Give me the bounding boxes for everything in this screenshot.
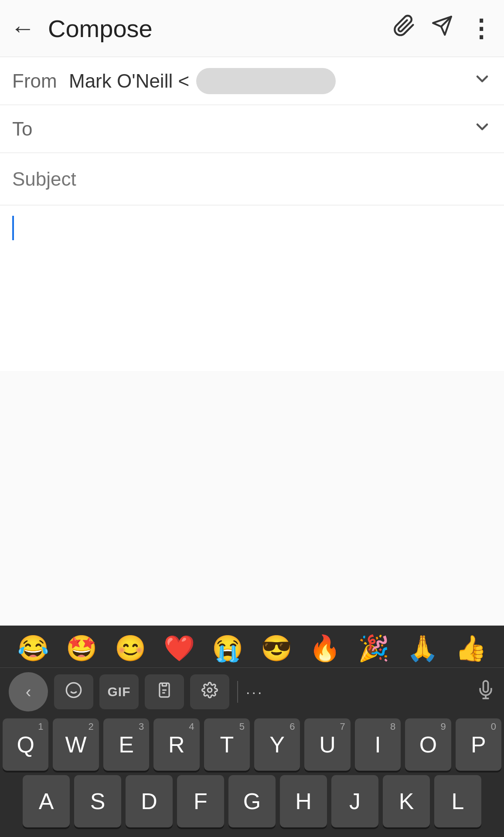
emoji-pray[interactable]: 🙏 xyxy=(407,633,438,663)
clipboard-icon xyxy=(156,682,173,702)
keyboard-toolbar: ‹ GIF xyxy=(0,668,504,716)
send-icon[interactable] xyxy=(431,15,453,42)
sticker-button[interactable] xyxy=(54,674,93,709)
key-w-label: W xyxy=(65,733,87,756)
key-j[interactable]: J xyxy=(331,775,378,827)
key-g[interactable]: G xyxy=(228,775,276,827)
emoji-back-button[interactable]: ‹ xyxy=(9,672,48,711)
key-k[interactable]: K xyxy=(383,775,430,827)
key-y[interactable]: 6 Y xyxy=(254,718,300,771)
key-k-label: K xyxy=(399,790,414,813)
to-label: To xyxy=(12,118,60,140)
key-r-num: 4 xyxy=(189,722,194,732)
key-e[interactable]: 3 E xyxy=(103,718,149,771)
key-i-label: I xyxy=(375,733,381,756)
key-o-num: 9 xyxy=(440,722,446,732)
key-o[interactable]: 9 O xyxy=(405,718,451,771)
key-i[interactable]: 8 I xyxy=(355,718,401,771)
key-d[interactable]: D xyxy=(126,775,173,827)
to-row[interactable]: To xyxy=(0,105,504,153)
emoji-thumbsup[interactable]: 👍 xyxy=(455,633,487,663)
email-form: From Mark O'Neill < To xyxy=(0,57,504,371)
mic-icon xyxy=(476,680,495,704)
emoji-fire[interactable]: 🔥 xyxy=(309,633,341,663)
back-button[interactable]: ← xyxy=(10,16,35,41)
emoji-crying[interactable]: 😭 xyxy=(212,633,243,663)
back-arrow-icon: ‹ xyxy=(26,683,31,701)
key-g-label: G xyxy=(243,790,261,813)
keys-row-2: A S D F G H J K L xyxy=(3,775,501,827)
key-h-label: H xyxy=(295,790,312,813)
key-y-label: Y xyxy=(269,733,285,756)
key-o-label: O xyxy=(419,733,437,756)
svg-point-8 xyxy=(208,688,212,692)
key-f[interactable]: F xyxy=(177,775,224,827)
page-title: Compose xyxy=(48,14,393,43)
from-label: From xyxy=(12,70,60,92)
key-t[interactable]: 5 T xyxy=(204,718,250,771)
svg-rect-5 xyxy=(162,683,167,686)
keys-area: 1 Q 2 W 3 E 4 R 5 T 6 Y xyxy=(0,716,504,837)
more-dots: ··· xyxy=(246,684,263,701)
key-u-num: 7 xyxy=(340,722,345,732)
toolbar-divider xyxy=(237,681,238,703)
to-input[interactable] xyxy=(69,118,473,140)
key-w[interactable]: 2 W xyxy=(53,718,99,771)
text-cursor xyxy=(12,216,14,240)
key-h[interactable]: H xyxy=(280,775,327,827)
from-row: From Mark O'Neill < xyxy=(0,57,504,105)
keyboard: 😂 🤩 😊 ❤️ 😭 😎 🔥 🎉 🙏 👍 ‹ GIF xyxy=(0,626,504,837)
key-u-label: U xyxy=(319,733,336,756)
key-s-label: S xyxy=(90,790,106,813)
svg-point-2 xyxy=(66,683,81,697)
key-i-num: 8 xyxy=(390,722,395,732)
key-t-label: T xyxy=(220,733,234,756)
emoji-smile[interactable]: 😊 xyxy=(115,633,146,663)
emoji-party[interactable]: 🎉 xyxy=(358,633,389,663)
settings-button[interactable] xyxy=(190,674,229,709)
subject-row[interactable] xyxy=(0,153,504,205)
key-r-label: R xyxy=(168,733,185,756)
key-p-num: 0 xyxy=(491,722,496,732)
gif-label: GIF xyxy=(108,684,131,699)
sticker-icon xyxy=(65,681,82,703)
key-q-num: 1 xyxy=(38,722,43,732)
gif-button[interactable]: GIF xyxy=(99,674,139,709)
key-p-label: P xyxy=(471,733,486,756)
emoji-kiss[interactable]: 🤩 xyxy=(66,633,97,663)
key-e-label: E xyxy=(119,733,134,756)
attach-icon[interactable] xyxy=(393,14,415,42)
key-q[interactable]: 1 Q xyxy=(3,718,48,771)
emoji-cool[interactable]: 😎 xyxy=(261,633,292,663)
key-s[interactable]: S xyxy=(74,775,121,827)
key-t-num: 5 xyxy=(239,722,245,732)
key-l-label: L xyxy=(452,790,464,813)
gear-icon xyxy=(201,682,218,702)
key-y-num: 6 xyxy=(289,722,295,732)
to-expand-icon[interactable] xyxy=(473,116,492,142)
key-u[interactable]: 7 U xyxy=(304,718,350,771)
from-value: Mark O'Neill < xyxy=(69,68,473,94)
email-address-pill xyxy=(196,68,336,94)
key-a[interactable]: A xyxy=(23,775,70,827)
key-d-label: D xyxy=(141,790,157,813)
mic-button[interactable] xyxy=(476,680,495,704)
key-w-num: 2 xyxy=(89,722,94,732)
key-f-label: F xyxy=(194,790,208,813)
body-row[interactable] xyxy=(0,205,504,371)
app-bar: ← Compose ⋮ xyxy=(0,0,504,57)
from-expand-icon[interactable] xyxy=(473,68,492,94)
emoji-heart[interactable]: ❤️ xyxy=(163,633,195,663)
key-j-label: J xyxy=(349,790,361,813)
keys-row-1: 1 Q 2 W 3 E 4 R 5 T 6 Y xyxy=(3,718,501,771)
key-a-label: A xyxy=(39,790,54,813)
app-bar-actions: ⋮ xyxy=(393,14,494,43)
more-button[interactable]: ··· xyxy=(246,684,263,701)
key-p[interactable]: 0 P xyxy=(456,718,501,771)
key-r[interactable]: 4 R xyxy=(153,718,199,771)
key-l[interactable]: L xyxy=(434,775,481,827)
emoji-laughing[interactable]: 😂 xyxy=(17,633,49,663)
subject-input[interactable] xyxy=(12,168,492,190)
more-options-icon[interactable]: ⋮ xyxy=(469,14,494,43)
clipboard-button[interactable] xyxy=(145,674,184,709)
